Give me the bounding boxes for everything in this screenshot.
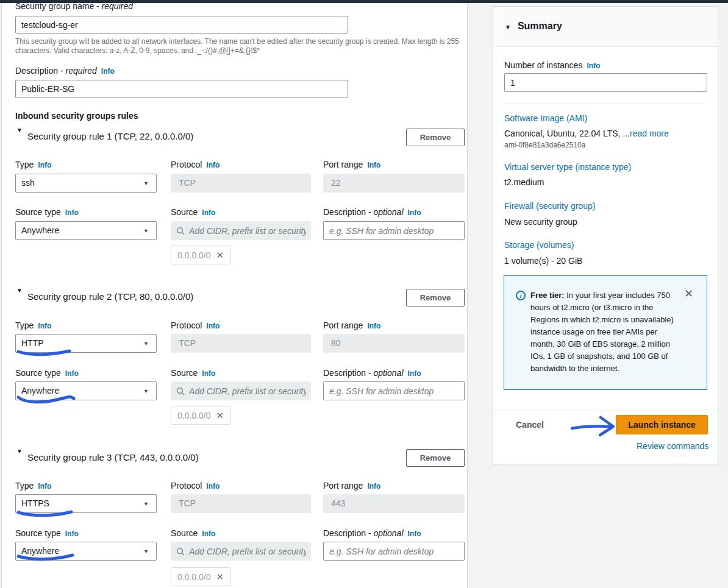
source-type-info-link[interactable]: Info [65,369,79,378]
rule3-protocol-field: TCP [171,494,311,513]
instance-type-value: t2.medium [504,177,544,187]
instance-type-link[interactable]: Virtual server type (instance type) [504,162,631,172]
rule3-type-label: TypeInfo [15,481,51,491]
rule2-source-search[interactable] [171,381,311,400]
rule1-source-label: SourceInfo [171,207,215,217]
software-image-link[interactable]: Software Image (AMI) [504,113,587,123]
chevron-down-icon: ▼ [143,382,149,400]
cancel-button[interactable]: Cancel [516,420,544,430]
rule2-remove-button[interactable]: Remove [406,289,465,306]
ami-id: ami-0f8e81a3da6e2510a [504,141,585,149]
rule3-source-label: SourceInfo [171,528,215,538]
rule1-source-type-select[interactable]: Anywhere▼ [15,221,157,240]
source-info-link[interactable]: Info [202,208,215,217]
rule3-description-input[interactable] [323,542,465,561]
protocol-info-link[interactable]: Info [206,322,219,330]
rule3-protocol-label: ProtocolInfo [171,481,219,491]
rule1-description-input[interactable] [323,221,465,240]
rule3-type-select[interactable]: HTTPS▼ [15,494,157,513]
search-icon [176,227,185,235]
rule2-type-label: TypeInfo [15,321,51,330]
type-info-link[interactable]: Info [38,482,51,491]
chevron-down-icon: ▼ [143,174,149,192]
sg-description-label: Description - requiredInfo [15,66,115,76]
protocol-info-link[interactable]: Info [206,161,219,169]
chevron-down-icon: ▼ [143,222,149,239]
source-info-link[interactable]: Info [202,530,215,538]
rule1-type-label: TypeInfo [15,160,51,169]
remove-cidr-icon[interactable]: ✕ [216,410,224,421]
desc-info-link[interactable]: Info [408,208,421,217]
rule3-source-type-label: Source typeInfo [15,528,79,538]
launch-instance-page: Security group name - required This secu… [0,0,728,588]
remove-cidr-icon[interactable]: ✕ [216,572,224,583]
rule3-port-label: Port rangeInfo [323,481,380,491]
rule3-desc-label: Description - optionalInfo [323,528,421,538]
rule2-cidr-tag: 0.0.0.0/0✕ [171,406,230,425]
port-info-link[interactable]: Info [367,482,380,491]
ami-description: Canonical, Ubuntu, 22.04 LTS, ...read mo… [504,129,669,138]
rule2-protocol-field: TCP [171,334,311,353]
firewall-value: New security group [504,217,577,227]
rule1-port-field: 22 [323,174,465,193]
sg-name-input[interactable] [15,16,348,34]
rule1-protocol-field: TCP [171,174,311,193]
inbound-rules-heading: Inbound security groups rules [15,111,138,121]
rule3-port-field: 443 [323,494,465,513]
source-type-info-link[interactable]: Info [65,530,79,538]
search-icon [176,547,185,556]
rule1-port-label: Port rangeInfo [323,160,380,169]
rule3-cidr-tag: 0.0.0.0/0✕ [171,567,230,586]
protocol-info-link[interactable]: Info [206,482,219,491]
sg-description-input[interactable] [15,80,348,98]
search-icon [176,387,185,395]
close-icon[interactable]: ✕ [684,287,693,300]
sg-name-label: Security group name - required [15,1,133,11]
rule2-source-type-label: Source typeInfo [15,368,79,378]
rule2-source-type-select[interactable]: Anywhere▼ [15,381,157,400]
rule1-cidr-tag: 0.0.0.0/0✕ [171,246,230,264]
rule3-remove-button[interactable]: Remove [406,449,465,467]
type-info-link[interactable]: Info [38,161,51,169]
source-info-link[interactable]: Info [202,369,215,378]
rule2-protocol-label: ProtocolInfo [171,321,219,330]
rule2-source-label: SourceInfo [171,368,215,378]
rule2-title: Security group rule 2 (TCP, 80, 0.0.0.0/… [27,291,193,302]
rule3-title: Security group rule 3 (TCP, 443, 0.0.0.0… [27,452,199,462]
summary-divider [504,104,707,104]
storage-link[interactable]: Storage (volumes) [504,240,574,250]
instances-label: Number of instancesInfo [504,60,600,70]
firewall-link[interactable]: Firewall (security group) [504,201,595,211]
rule3-source-type-select[interactable]: Anywhere▼ [15,542,157,561]
launch-instance-button[interactable]: Launch instance [616,415,708,434]
port-info-link[interactable]: Info [367,161,380,169]
rule3-source-search[interactable] [171,542,311,561]
instances-input[interactable] [504,73,707,92]
instances-info-link[interactable]: Info [587,62,600,70]
summary-footer-divider [493,409,718,410]
chevron-down-icon: ▼ [143,542,149,560]
rule2-type-select[interactable]: HTTP▼ [15,334,157,353]
desc-info-link[interactable]: Info [408,530,421,538]
summary-collapse-icon[interactable]: ▼ [505,24,511,30]
desc-info-link[interactable]: Info [408,369,421,378]
rule1-source-search[interactable] [171,221,311,240]
rule2-port-field: 80 [323,334,465,353]
rule1-remove-button[interactable]: Remove [406,129,465,146]
review-commands-link[interactable]: Review commands [637,441,708,451]
remove-cidr-icon[interactable]: ✕ [216,250,224,261]
rule1-type-select[interactable]: ssh▼ [15,174,157,193]
port-info-link[interactable]: Info [367,322,380,330]
storage-value: 1 volume(s) - 20 GiB [504,256,582,266]
rule1-collapse-icon[interactable]: ▼ [16,127,23,133]
read-more-link[interactable]: read more [630,129,669,138]
rule2-description-input[interactable] [323,381,465,400]
source-type-info-link[interactable]: Info [65,208,79,217]
rule2-collapse-icon[interactable]: ▼ [16,287,23,294]
chevron-down-icon: ▼ [143,495,149,512]
description-info-link[interactable]: Info [101,67,115,76]
rule2-port-label: Port rangeInfo [323,321,380,330]
type-info-link[interactable]: Info [38,322,51,330]
summary-title: ▼Summary [505,21,562,32]
rule3-collapse-icon[interactable]: ▼ [16,448,23,455]
